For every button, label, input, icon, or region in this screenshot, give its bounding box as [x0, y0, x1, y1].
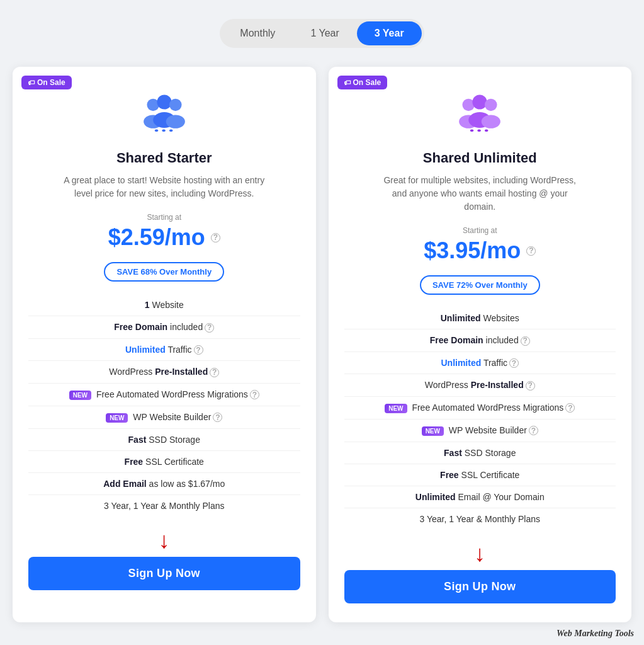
plan-description: Great for multiple websites, including W… — [379, 174, 580, 214]
feature-help-icon[interactable]: ? — [250, 390, 259, 399]
feature-item: Fast SSD Storage — [344, 442, 616, 464]
feature-item: NEW WP Website Builder? — [28, 406, 300, 429]
new-badge: NEW — [422, 426, 444, 436]
plan-card-starter: On Sale Shared StarterA great place to s… — [13, 67, 316, 622]
feature-help-icon[interactable]: ? — [213, 413, 222, 422]
starting-at-label: Starting at — [463, 226, 497, 235]
plan-icon-starter — [139, 92, 189, 142]
arrow-indicator: ↓ — [159, 529, 170, 552]
billing-tab-3year[interactable]: 3 Year — [357, 21, 422, 45]
feature-item: 1 Website — [28, 294, 300, 316]
new-badge: NEW — [69, 391, 91, 400]
feature-item: Fast SSD Storage — [28, 429, 300, 451]
feature-item: Unlimited Traffic? — [344, 352, 616, 375]
plan-name: Shared Starter — [116, 150, 212, 166]
svg-point-14 — [482, 115, 500, 128]
signup-button-unlimited[interactable]: Sign Up Now — [344, 570, 616, 603]
billing-tab-1year[interactable]: 1 Year — [293, 21, 356, 45]
svg-rect-6 — [155, 130, 158, 132]
plan-icon-unlimited — [455, 92, 505, 142]
feature-item: NEW Free Automated WordPress Migrations? — [344, 397, 616, 420]
svg-point-5 — [166, 115, 184, 128]
feature-item: 3 Year, 1 Year & Monthly Plans — [28, 495, 300, 517]
svg-point-2 — [169, 99, 182, 111]
svg-point-10 — [473, 94, 487, 109]
on-sale-badge: On Sale — [21, 76, 72, 89]
plan-card-unlimited: On Sale Shared UnlimitedGreat for multip… — [329, 67, 632, 622]
feature-item: NEW Free Automated WordPress Migrations? — [28, 384, 300, 406]
svg-rect-8 — [169, 130, 172, 132]
plan-name: Shared Unlimited — [423, 150, 537, 166]
feature-item: Unlimited Websites — [344, 307, 616, 329]
features-list: 1 WebsiteFree Domain included?Unlimited … — [28, 294, 300, 517]
plan-description: A great place to start! Website hosting … — [64, 174, 265, 200]
feature-item: WordPress Pre-Installed? — [28, 361, 300, 384]
feature-item: NEW WP Website Builder? — [344, 420, 616, 442]
unlimited-link: Unlimited — [441, 358, 481, 368]
feature-item: Free Domain included? — [28, 316, 300, 339]
plan-price: $2.59/mo? — [108, 224, 220, 251]
feature-help-icon[interactable]: ? — [210, 368, 219, 377]
feature-item: Unlimited Traffic? — [28, 339, 300, 362]
starting-at-label: Starting at — [147, 213, 181, 222]
feature-item: WordPress Pre-Installed? — [344, 374, 616, 397]
plan-price: $3.95/mo? — [424, 237, 536, 264]
new-badge: NEW — [385, 404, 407, 413]
feature-item: Unlimited Email @ Your Domain — [344, 486, 616, 508]
feature-help-icon[interactable]: ? — [526, 381, 535, 391]
feature-help-icon[interactable]: ? — [521, 336, 530, 346]
billing-toggle[interactable]: Monthly 1 Year 3 Year — [220, 19, 424, 48]
price-help-icon[interactable]: ? — [526, 246, 536, 256]
svg-rect-16 — [478, 130, 481, 132]
save-badge: SAVE 68% Over Monthly — [104, 262, 224, 282]
new-badge: NEW — [106, 413, 128, 423]
svg-rect-7 — [162, 130, 165, 132]
feature-help-icon[interactable]: ? — [565, 403, 575, 413]
pricing-cards: On Sale Shared StarterA great place to s… — [13, 67, 631, 622]
svg-rect-15 — [470, 130, 473, 132]
features-list: Unlimited WebsitesFree Domain included?U… — [344, 307, 616, 530]
arrow-indicator: ↓ — [474, 542, 485, 565]
feature-item: Free SSL Certificate — [344, 464, 616, 486]
price-help-icon[interactable]: ? — [211, 233, 220, 243]
save-badge: SAVE 72% Over Monthly — [420, 275, 540, 295]
feature-item: Free SSL Certificate — [28, 451, 300, 473]
watermark: Web Marketing Tools — [556, 629, 634, 639]
unlimited-link: Unlimited — [125, 345, 166, 355]
feature-help-icon[interactable]: ? — [194, 345, 203, 355]
feature-help-icon[interactable]: ? — [205, 323, 214, 333]
svg-point-1 — [157, 94, 171, 109]
feature-item: 3 Year, 1 Year & Monthly Plans — [344, 508, 616, 530]
feature-help-icon[interactable]: ? — [509, 358, 519, 368]
svg-point-11 — [485, 99, 497, 111]
feature-help-icon[interactable]: ? — [529, 426, 538, 435]
on-sale-badge: On Sale — [337, 76, 388, 89]
billing-tab-monthly[interactable]: Monthly — [222, 21, 293, 45]
feature-item: Add Email as low as $1.67/mo — [28, 473, 300, 495]
svg-rect-17 — [485, 130, 488, 132]
feature-item: Free Domain included? — [344, 329, 616, 352]
signup-button-starter[interactable]: Sign Up Now — [28, 557, 300, 590]
